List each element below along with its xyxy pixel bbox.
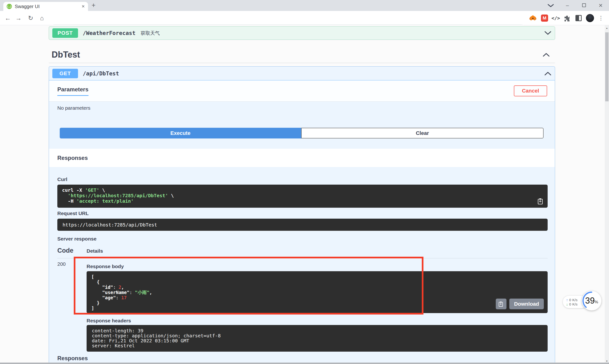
parameters-section-header: Parameters Cancel [49, 80, 555, 101]
execute-button[interactable]: Execute [60, 128, 301, 139]
browser-toolbar: ← → ↻ ⌂ localhost:7285/swagger/index.htm… [0, 11, 609, 25]
side-panel-icon[interactable] [574, 11, 583, 25]
responses-section-header: Responses [49, 149, 555, 167]
curl-block: curl -X 'GET' \ 'https://localhost:7285/… [57, 185, 548, 208]
request-url-block: https://localhost:7285/api/DbTest [57, 219, 548, 231]
response-headers-label: Response headers [87, 318, 548, 324]
response-details-cell: Response body [ { "id": 2, "userName": "… [87, 258, 548, 352]
tab-parameters: Parameters [57, 86, 89, 96]
browser-window: {…} Swagger UI × + – × ← → ↻ ⌂ localhost… [0, 0, 609, 364]
code-extension-icon[interactable]: </> [550, 11, 561, 25]
window-bottom-edge [0, 363, 609, 364]
execute-row: Execute Clear [60, 128, 544, 139]
scrollbar-thumb[interactable] [605, 32, 609, 101]
response-body-block: [ { "id": 2, "userName": "小雨", "age": 17… [87, 271, 548, 313]
minimize-button[interactable]: – [559, 2, 576, 9]
chevron-down-icon[interactable] [544, 31, 551, 35]
forward-icon[interactable]: → [14, 11, 23, 25]
profile-avatar[interactable] [585, 11, 595, 25]
response-actions: Download [496, 299, 544, 309]
response-headers-block: content-length: 39content-type: applicat… [87, 325, 548, 352]
response-headers-text: content-length: 39content-type: applicat… [92, 328, 542, 348]
download-button[interactable]: Download [509, 299, 544, 309]
chevron-up-icon[interactable] [544, 71, 551, 76]
download-arrow-icon: ↓ [566, 302, 568, 306]
response-body-label: Response body [87, 264, 548, 269]
response-table-header: Code Details [57, 247, 548, 254]
opblock-get-dbtest: GET /api/DbTest Parameters Cancel No par… [49, 66, 555, 364]
scroll-up-icon[interactable]: ▲ [605, 25, 609, 31]
tab-search-chevron-icon[interactable] [542, 3, 559, 8]
post-description: 获取天气 [141, 30, 160, 36]
request-url-value: https://localhost:7285/api/DbTest [63, 222, 157, 228]
code-column-header: Code [57, 247, 87, 254]
page-scrollbar[interactable]: ▲ ▼ [605, 25, 609, 364]
upload-arrow-icon: ↑ [566, 298, 568, 302]
clear-button[interactable]: Clear [301, 128, 544, 139]
swagger-favicon-icon: {…} [7, 4, 12, 9]
extensions-puzzle-icon[interactable] [563, 11, 571, 25]
tag-section-dbtest[interactable]: DbTest [49, 46, 555, 63]
get-path: /api/DbTest [83, 70, 119, 77]
response-body-json: [ { "id": 2, "userName": "小雨", "age": 17… [91, 274, 543, 311]
gmail-extension-icon[interactable]: M [541, 11, 549, 25]
details-column-header: Details [87, 248, 103, 254]
responses-inner: Curl curl -X 'GET' \ 'https://localhost:… [49, 177, 555, 352]
metamask-extension-icon[interactable] [529, 11, 537, 25]
get-summary-row[interactable]: GET /api/DbTest [49, 67, 555, 80]
post-path: /WeatherForecast [83, 30, 136, 36]
window-close-button[interactable]: × [592, 2, 609, 9]
swagger-page: POST /WeatherForecast 获取天气 DbTest GET /a… [0, 25, 605, 364]
response-row: 200 Response body [ { "id": 2, "userName… [57, 258, 548, 352]
tab-close-icon[interactable]: × [82, 3, 85, 10]
window-controls: – × [542, 0, 609, 11]
tab-strip: {…} Swagger UI × + – × [0, 0, 609, 11]
reload-icon[interactable]: ↻ [26, 11, 36, 25]
home-icon[interactable]: ⌂ [37, 11, 47, 25]
copy-response-button[interactable] [496, 299, 506, 309]
tag-title: DbTest [52, 50, 80, 60]
curl-command: curl -X 'GET' \ 'https://localhost:7285/… [62, 187, 543, 204]
server-response-label: Server response [57, 236, 548, 242]
new-tab-button[interactable]: + [91, 1, 95, 9]
responses-footer-title: Responses [57, 355, 555, 362]
post-method-badge: POST [52, 28, 78, 38]
copy-icon[interactable] [537, 198, 544, 205]
maximize-button[interactable] [576, 2, 592, 9]
browser-tab[interactable]: {…} Swagger UI × [3, 2, 88, 11]
get-method-badge: GET [52, 69, 78, 78]
back-icon[interactable]: ← [3, 11, 13, 25]
curl-label: Curl [57, 177, 548, 182]
opblock-post-weatherforecast[interactable]: POST /WeatherForecast 获取天气 [49, 26, 555, 40]
responses-title: Responses [57, 155, 88, 161]
battery-percent-widget[interactable]: 39 % [582, 291, 601, 311]
browser-menu-icon[interactable]: ⋮ [597, 11, 605, 25]
no-parameters-text: No parameters [57, 105, 555, 111]
status-code: 200 [57, 258, 87, 352]
request-url-label: Request URL [57, 210, 548, 216]
chevron-up-icon[interactable] [543, 52, 550, 57]
tab-title: Swagger UI [15, 4, 82, 9]
cancel-button[interactable]: Cancel [514, 85, 547, 96]
